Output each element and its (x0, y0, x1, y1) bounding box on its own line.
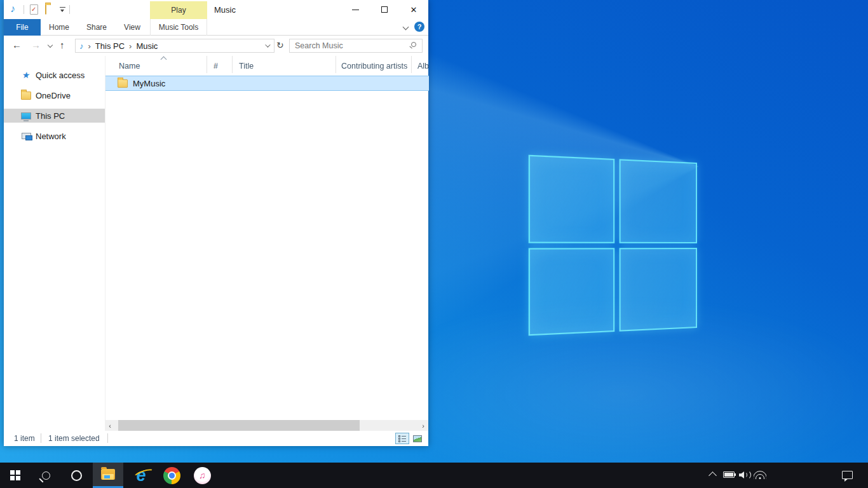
column-header-name[interactable]: Name (105, 56, 207, 73)
tab-home[interactable]: Home (44, 19, 74, 36)
horizontal-scrollbar[interactable]: ‹ › (105, 420, 428, 431)
address-bar-row: ← → ↑ ♪ › This PC › Music ↻ (4, 36, 428, 56)
tab-file-label: File (16, 23, 28, 32)
tab-share[interactable]: Share (81, 19, 112, 36)
maximize-button[interactable] (370, 0, 399, 19)
wifi-icon[interactable] (754, 471, 766, 479)
sidebar-item-quick-access[interactable]: ★ Quick access (4, 68, 105, 82)
search-icon (411, 42, 416, 47)
windows-start-icon (10, 470, 20, 480)
sidebar-item-label: This PC (36, 111, 65, 121)
new-folder-button[interactable] (45, 5, 46, 14)
sidebar-item-network[interactable]: Network (4, 129, 105, 143)
quick-access-star-icon: ★ (22, 70, 31, 80)
close-button[interactable]: ✕ (399, 0, 428, 19)
maximize-icon (381, 6, 388, 13)
scroll-right-arrow-icon[interactable]: › (418, 420, 428, 431)
column-header-number[interactable]: # (207, 56, 233, 73)
tab-share-label: Share (86, 23, 107, 32)
column-label: Alb (417, 62, 429, 71)
search-box[interactable] (289, 39, 423, 53)
cortana-circle-icon (71, 470, 82, 481)
address-music-note-icon: ♪ (79, 41, 84, 51)
customize-quick-access-toolbar-button[interactable] (60, 7, 65, 12)
onedrive-folder-icon (21, 92, 31, 100)
tab-view[interactable]: View (117, 19, 147, 36)
status-bar: 1 item 1 item selected (4, 431, 428, 446)
search-input[interactable] (290, 39, 422, 52)
chrome-icon (163, 467, 180, 484)
app-music-note-icon: ♪ (10, 3, 15, 15)
help-icon: ? (417, 23, 422, 30)
breadcrumb-music[interactable]: Music (136, 41, 158, 51)
itunes-icon: ♫ (194, 467, 211, 484)
cortana-button[interactable] (61, 463, 92, 488)
breadcrumb-this-pc[interactable]: This PC (95, 41, 125, 51)
tab-home-label: Home (49, 23, 69, 32)
status-separator (107, 433, 108, 443)
navigation-pane: ★ Quick access OneDrive This PC Network (4, 56, 105, 421)
column-header-contributing-artists[interactable]: Contributing artists (336, 56, 412, 73)
scroll-left-arrow-icon[interactable]: ‹ (105, 420, 115, 431)
file-row-mymusic[interactable]: MyMusic (105, 76, 429, 91)
recent-locations-chevron-icon[interactable] (48, 43, 53, 48)
title-bar[interactable]: ♪ ✓ Play Music ✕ (4, 0, 428, 19)
window-title: Music (214, 5, 236, 15)
breadcrumb-separator-icon: › (88, 41, 91, 51)
action-center-icon[interactable] (842, 471, 853, 479)
contextual-tab-group-play[interactable]: Play (150, 1, 207, 19)
column-label: Title (239, 62, 254, 71)
toolbar-separator (24, 5, 24, 14)
forward-button[interactable]: → (31, 39, 41, 50)
file-list-pane: Name # Title Contributing artists Alb My… (105, 56, 428, 421)
file-explorer-icon (101, 469, 115, 480)
volume-icon[interactable] (739, 470, 752, 480)
column-header-row: Name # Title Contributing artists Alb (105, 56, 428, 73)
taskbar-file-explorer-button-active[interactable] (93, 463, 123, 488)
internet-explorer-icon: e (136, 467, 146, 484)
logo-pane (619, 159, 697, 243)
item-count-label: 1 item (14, 434, 35, 443)
folder-icon (118, 79, 128, 88)
taskbar: e ♫ (0, 463, 868, 488)
taskbar-search-button[interactable] (31, 463, 61, 488)
up-button[interactable]: ↑ (60, 39, 65, 50)
properties-button[interactable]: ✓ (30, 4, 38, 15)
details-view-button[interactable] (395, 433, 409, 444)
column-header-title[interactable]: Title (233, 56, 336, 73)
back-button[interactable]: ← (12, 39, 22, 50)
large-icons-view-button[interactable] (410, 433, 424, 444)
details-view-icon (398, 435, 406, 442)
monitor-icon (21, 112, 31, 119)
tab-file[interactable]: File (4, 19, 41, 36)
address-bar[interactable]: ♪ › This PC › Music (75, 39, 275, 53)
tab-music-tools[interactable]: Music Tools (150, 19, 207, 36)
taskbar-itunes-button[interactable]: ♫ (187, 463, 217, 488)
show-hidden-icons-chevron-icon[interactable] (709, 471, 717, 480)
file-explorer-window: ♪ ✓ Play Music ✕ File Home Share View Mu… (4, 0, 428, 446)
column-header-album[interactable]: Alb (412, 56, 437, 73)
scrollbar-thumb[interactable] (118, 420, 360, 431)
help-button[interactable]: ? (414, 22, 424, 32)
taskbar-internet-explorer-button[interactable]: e (126, 463, 156, 488)
start-button[interactable] (0, 463, 31, 488)
breadcrumb-separator-icon: › (129, 41, 132, 51)
file-name: MyMusic (133, 79, 165, 88)
selection-count-label: 1 item selected (48, 434, 100, 443)
sidebar-item-this-pc[interactable]: This PC (4, 109, 105, 123)
tab-view-label: View (124, 23, 140, 32)
minimize-button[interactable] (341, 0, 370, 19)
sort-ascending-icon (161, 57, 167, 63)
battery-icon[interactable] (723, 471, 735, 478)
toolbar-separator (69, 5, 70, 14)
checkmark-icon: ✓ (31, 6, 36, 13)
sidebar-item-onedrive[interactable]: OneDrive (4, 88, 105, 102)
logo-pane (619, 248, 697, 332)
minimize-ribbon-chevron-icon[interactable] (403, 24, 409, 30)
refresh-button[interactable]: ↻ (276, 40, 284, 50)
address-dropdown-chevron-icon[interactable] (265, 42, 270, 47)
taskbar-chrome-button[interactable] (156, 463, 187, 488)
windows-logo-wallpaper (537, 163, 697, 328)
minimize-icon (352, 10, 359, 10)
column-label: Contributing artists (341, 62, 407, 71)
